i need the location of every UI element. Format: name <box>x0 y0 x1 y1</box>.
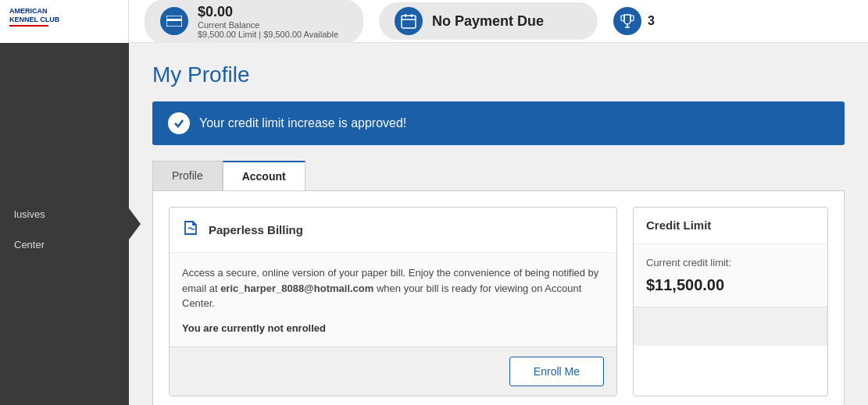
svg-rect-4 <box>166 19 182 21</box>
card-footer: Enroll Me <box>170 346 616 396</box>
payment-label: No Payment Due <box>432 13 544 30</box>
balance-sub: $9,500.00 Limit | $9,500.00 Available <box>198 30 338 39</box>
tab-content: Paperless Billing Access a secure, onlin… <box>152 190 845 405</box>
card-header: Paperless Billing <box>170 208 616 253</box>
sidebar-item-exclusives[interactable]: lusives <box>0 199 129 229</box>
card-body: Access a secure, online version of your … <box>170 253 616 346</box>
credit-card-icon <box>160 7 188 35</box>
credit-card-header: Credit Limit <box>634 208 827 244</box>
payment-widget[interactable]: No Payment Due <box>379 2 598 40</box>
balance-widget[interactable]: $0.00 Current Balance $9,500.00 Limit | … <box>145 0 363 44</box>
page-title: My Profile <box>152 62 845 87</box>
credit-label: Current credit limit: <box>646 257 815 268</box>
credit-amount: $11,500.00 <box>646 276 815 294</box>
trophy-icon <box>613 7 641 35</box>
header: AMERICAN KENNEL CLUB $0.00 Current Balan… <box>0 0 868 43</box>
balance-amount: $0.00 <box>198 4 338 20</box>
paperless-title: Paperless Billing <box>209 223 303 236</box>
paperless-icon <box>182 218 201 241</box>
credit-limit-card: Credit Limit Current credit limit: $11,5… <box>633 207 828 396</box>
tab-profile[interactable]: Profile <box>152 161 223 190</box>
trophy-number: 3 <box>648 14 655 28</box>
tab-bar: Profile Account <box>152 161 845 190</box>
credit-card-body: Current credit limit: $11,500.00 <box>634 244 827 307</box>
enroll-button[interactable]: Enroll Me <box>509 357 604 386</box>
enrollment-status: You are currently not enrolled <box>182 322 604 334</box>
success-banner: Your credit limit increase is approved! <box>152 101 845 145</box>
tab-account[interactable]: Account <box>223 161 305 190</box>
svg-rect-5 <box>402 16 416 28</box>
paperless-billing-card: Paperless Billing Access a secure, onlin… <box>169 207 617 396</box>
sidebar-item-center[interactable]: Center <box>0 229 129 260</box>
calendar-icon <box>395 7 423 35</box>
logo: AMERICAN KENNEL CLUB <box>0 0 129 43</box>
trophy-widget[interactable]: 3 <box>613 7 655 35</box>
logo-text: AMERICAN KENNEL CLUB <box>8 4 109 38</box>
credit-card-footer <box>634 307 827 346</box>
email-address: eric_harper_8088@hotmail.com <box>220 282 373 294</box>
svg-rect-2 <box>9 25 48 27</box>
banner-text: Your credit limit increase is approved! <box>199 116 406 130</box>
check-circle-icon <box>168 112 190 134</box>
header-widgets: $0.00 Current Balance $9,500.00 Limit | … <box>129 0 868 44</box>
svg-text:AMERICAN: AMERICAN <box>9 7 48 15</box>
sidebar-arrow <box>129 208 141 240</box>
balance-label: Current Balance <box>198 20 260 30</box>
credit-title: Credit Limit <box>646 218 711 232</box>
main-layout: lusives Center My Profile Your credit li… <box>0 43 868 405</box>
svg-text:KENNEL CLUB: KENNEL CLUB <box>9 16 60 23</box>
card-description: Access a secure, online version of your … <box>182 265 604 311</box>
main-content: My Profile Your credit limit increase is… <box>129 43 868 405</box>
sidebar: lusives Center <box>0 43 129 405</box>
